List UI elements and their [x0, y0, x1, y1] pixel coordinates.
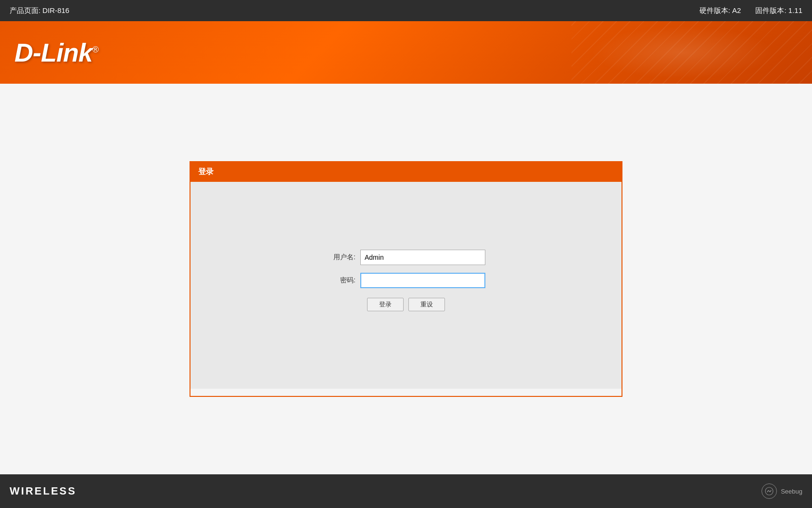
reset-button[interactable]: 重设 [408, 298, 445, 311]
seebug-label: Seebug [781, 488, 802, 495]
username-row: 用户名: [327, 250, 485, 265]
main-content: 登录 用户名: 密码: 登录 重设 [0, 84, 812, 474]
login-card-body: 用户名: 密码: 登录 重设 [190, 182, 622, 389]
button-row: 登录 重设 [327, 298, 485, 311]
login-title: 登录 [198, 167, 214, 176]
username-label: 用户名: [327, 253, 355, 262]
login-button[interactable]: 登录 [367, 298, 404, 311]
top-bar: 产品页面: DIR-816 硬件版本: A2 固件版本: 1.11 [0, 0, 812, 21]
login-form: 用户名: 密码: 登录 重设 [327, 250, 485, 311]
dlink-logo: D-Link® [14, 38, 98, 67]
login-card: 登录 用户名: 密码: 登录 重设 [190, 161, 622, 397]
password-input[interactable] [360, 273, 485, 288]
seebug-icon [761, 483, 777, 499]
seebug-badge: Seebug [761, 483, 802, 499]
logo-text: D-Link® [14, 38, 98, 67]
product-label: 产品页面: DIR-816 [10, 6, 69, 15]
password-label: 密码: [327, 276, 355, 285]
username-input[interactable] [360, 250, 485, 265]
bottom-bar: WIRELESS Seebug [0, 474, 812, 508]
version-info: 硬件版本: A2 固件版本: 1.11 [699, 6, 802, 15]
firmware-version: 固件版本: 1.11 [755, 6, 802, 15]
password-row: 密码: [327, 273, 485, 288]
login-card-header: 登录 [190, 162, 622, 182]
hardware-version: 硬件版本: A2 [699, 6, 741, 15]
wireless-text: WIRELESS [10, 485, 76, 497]
header-banner: D-Link® [0, 21, 812, 84]
wireless-logo: WIRELESS [10, 485, 76, 497]
